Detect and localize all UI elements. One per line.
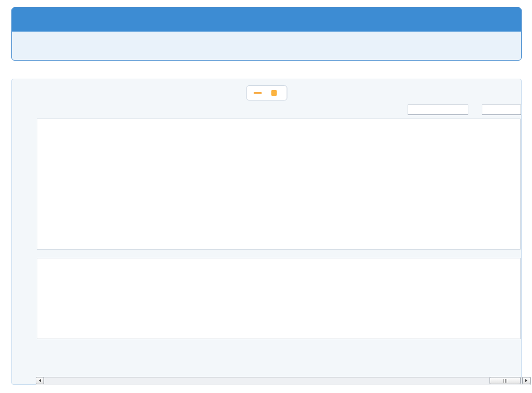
thumb-grip-icon [505,379,506,383]
navigator-scrollbar[interactable] [36,377,531,385]
volume-plot [37,258,521,339]
bal-line-swatch-icon [253,92,262,94]
to-date-input[interactable] [482,105,521,115]
chart-legend [246,85,287,100]
scrollbar-thumb[interactable] [490,377,521,384]
legend-item-volume[interactable] [271,90,280,96]
quote-summary-table [11,7,522,61]
price-line-chart [37,119,520,249]
scrollbar-right-arrow-button[interactable] [522,377,530,384]
share-price-plot [37,119,521,250]
navigator-area-chart [37,356,520,375]
legend-item-bal[interactable] [253,92,265,94]
left-arrow-icon [39,379,41,382]
scrollbar-left-arrow-button[interactable] [36,377,44,384]
navigator[interactable] [37,356,520,375]
quote-value-row [12,32,521,60]
from-date-input[interactable] [408,105,468,115]
quote-header-row [12,8,521,32]
volume-swatch-icon [271,90,277,96]
volume-bar-chart [37,258,520,339]
right-arrow-icon [525,379,527,382]
stock-chart-panel [11,79,522,385]
